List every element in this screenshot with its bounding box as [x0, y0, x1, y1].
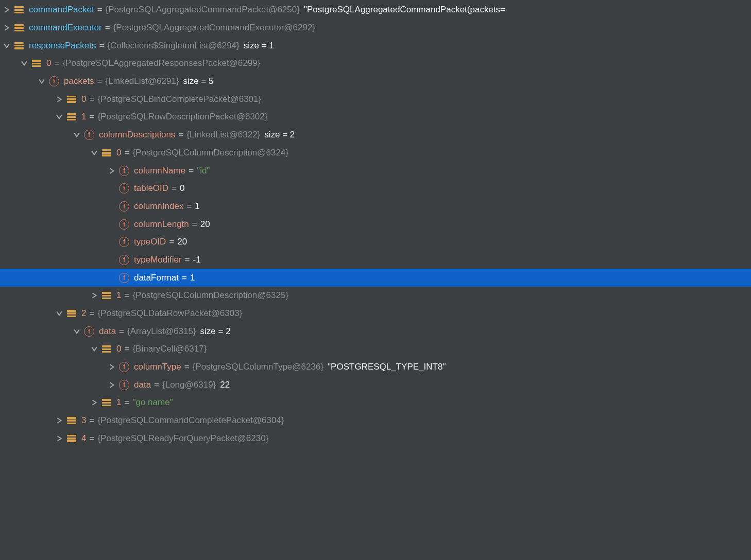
- variable-value: {LinkedList@6291}: [106, 76, 179, 86]
- expand-arrow-right-icon[interactable]: [53, 96, 66, 102]
- expand-arrow-down-icon[interactable]: [53, 310, 66, 317]
- expand-arrow-right-icon[interactable]: [53, 435, 66, 442]
- field-icon: f: [118, 219, 130, 230]
- array-icon: [13, 4, 25, 15]
- equals-sign: =: [86, 415, 97, 426]
- tree-row[interactable]: 0={PostgreSQLColumnDescription@6324}: [0, 144, 751, 162]
- expand-arrow-right-icon[interactable]: [0, 25, 13, 31]
- tree-row[interactable]: responsePackets={Collections$SingletonLi…: [0, 37, 751, 55]
- equals-sign: =: [183, 201, 195, 212]
- expand-arrow-down-icon[interactable]: [70, 328, 83, 335]
- variable-value: {ArrayList@6315}: [127, 326, 196, 337]
- variable-value: -1: [193, 255, 201, 265]
- variable-name: dataFormat: [134, 273, 179, 283]
- variable-value: {PostgreSQLRowDescriptionPacket@6302}: [97, 112, 267, 122]
- variable-value: {PostgreSQLColumnType@6236}: [193, 362, 323, 372]
- expand-arrow-right-icon[interactable]: [0, 7, 13, 13]
- variable-name: 4: [81, 433, 86, 444]
- tree-row[interactable]: 3={PostgreSQLCommandCompletePacket@6304}: [0, 412, 751, 430]
- tree-row[interactable]: fcolumnName="id": [0, 162, 751, 180]
- variable-name: columnIndex: [134, 201, 183, 212]
- field-icon: f: [118, 272, 130, 284]
- variable-name: packets: [64, 76, 94, 86]
- tree-row[interactable]: fdata={Long@6319}22: [0, 376, 751, 394]
- tree-row[interactable]: 1={PostgreSQLRowDescriptionPacket@6302}: [0, 108, 751, 126]
- tree-row[interactable]: 2={PostgreSQLDataRowPacket@6303}: [0, 305, 751, 323]
- tree-row[interactable]: 1="go name": [0, 394, 751, 412]
- variable-name: 2: [81, 308, 86, 319]
- variable-name: 0: [46, 58, 51, 68]
- expand-arrow-down-icon[interactable]: [88, 346, 101, 352]
- equals-sign: =: [179, 273, 190, 283]
- debugger-variables-tree[interactable]: commandPacket={PostgreSQLAggregatedComma…: [0, 0, 751, 447]
- variable-value: {PostgreSQLReadyForQueryPacket@6230}: [97, 433, 268, 444]
- array-icon: [101, 147, 112, 159]
- expand-arrow-right-icon[interactable]: [53, 417, 66, 424]
- expand-arrow-down-icon[interactable]: [53, 114, 66, 120]
- array-icon: [13, 40, 25, 51]
- tree-row[interactable]: commandPacket={PostgreSQLAggregatedComma…: [0, 1, 751, 19]
- variable-name: columnName: [134, 166, 185, 176]
- equals-sign: =: [121, 290, 132, 301]
- tree-row[interactable]: 0={PostgreSQLBindCompletePacket@6301}: [0, 90, 751, 108]
- tree-row[interactable]: 0={BinaryCell@6317}: [0, 340, 751, 358]
- array-icon: [66, 433, 77, 444]
- variable-value: {PostgreSQLCommandCompletePacket@6304}: [97, 415, 284, 426]
- array-icon: [13, 22, 25, 33]
- field-icon: f: [83, 326, 95, 337]
- expand-arrow-right-icon[interactable]: [88, 292, 101, 299]
- expand-arrow-down-icon[interactable]: [70, 132, 83, 138]
- variable-value: size = 2: [264, 130, 295, 140]
- expand-arrow-right-icon[interactable]: [105, 364, 118, 370]
- tree-row[interactable]: 1={PostgreSQLColumnDescription@6325}: [0, 287, 751, 305]
- variable-name: commandPacket: [29, 5, 94, 15]
- array-icon: [101, 343, 112, 355]
- tree-row[interactable]: commandExecutor={PostgreSQLAggregatedCom…: [0, 19, 751, 37]
- expand-arrow-down-icon[interactable]: [35, 78, 48, 84]
- expand-arrow-right-icon[interactable]: [105, 168, 118, 174]
- expand-arrow-right-icon[interactable]: [105, 382, 118, 388]
- variable-name: 1: [116, 290, 121, 301]
- expand-arrow-down-icon[interactable]: [18, 60, 31, 66]
- variable-name: 1: [81, 112, 86, 122]
- equals-sign: =: [94, 76, 106, 86]
- field-icon: f: [118, 236, 130, 248]
- expand-arrow-down-icon[interactable]: [0, 43, 13, 49]
- tree-row[interactable]: fcolumnIndex=1: [0, 198, 751, 216]
- tree-row[interactable]: ftypeOID=20: [0, 233, 751, 251]
- tree-row[interactable]: fdata={ArrayList@6315} size = 2: [0, 322, 751, 340]
- variable-value: "id": [197, 166, 210, 176]
- variable-value: size = 5: [183, 76, 214, 86]
- expand-arrow-down-icon[interactable]: [88, 150, 101, 156]
- tree-row[interactable]: 4={PostgreSQLReadyForQueryPacket@6230}: [0, 430, 751, 448]
- array-icon: [31, 58, 42, 69]
- equals-sign: =: [121, 148, 132, 158]
- variable-value: 0: [180, 183, 184, 194]
- tree-row[interactable]: fcolumnType={PostgreSQLColumnType@6236}"…: [0, 358, 751, 376]
- equals-sign: =: [181, 362, 193, 372]
- array-icon: [66, 111, 77, 122]
- tree-row[interactable]: fcolumnLength=20: [0, 215, 751, 233]
- tree-row[interactable]: fdataFormat=1: [0, 269, 751, 287]
- tree-row[interactable]: fcolumnDescriptions={LinkedList@6322} si…: [0, 126, 751, 144]
- equals-sign: =: [86, 94, 97, 104]
- variable-name: 0: [116, 344, 121, 354]
- equals-sign: =: [189, 219, 200, 230]
- variable-value: "POSTGRESQL_TYPE_INT8": [328, 362, 446, 372]
- tree-row[interactable]: ftableOID=0: [0, 180, 751, 198]
- expand-arrow-right-icon[interactable]: [88, 399, 101, 406]
- tree-row[interactable]: 0={PostgreSQLAggregatedResponsesPacket@6…: [0, 55, 751, 73]
- variable-value: {PostgreSQLColumnDescription@6324}: [132, 148, 288, 158]
- tree-row[interactable]: ftypeModifier=-1: [0, 251, 751, 269]
- variable-value: 1: [190, 273, 195, 283]
- equals-sign: =: [166, 237, 177, 247]
- variable-value: {PostgreSQLColumnDescription@6325}: [132, 290, 288, 301]
- tree-row[interactable]: fpackets={LinkedList@6291} size = 5: [0, 73, 751, 91]
- variable-value: {Long@6319}: [162, 380, 216, 390]
- variable-name: columnLength: [134, 219, 189, 230]
- variable-value: {LinkedList@6322}: [186, 130, 260, 140]
- array-icon: [66, 415, 77, 426]
- equals-sign: =: [151, 380, 162, 390]
- array-icon: [66, 94, 77, 105]
- variable-name: responsePackets: [29, 41, 96, 51]
